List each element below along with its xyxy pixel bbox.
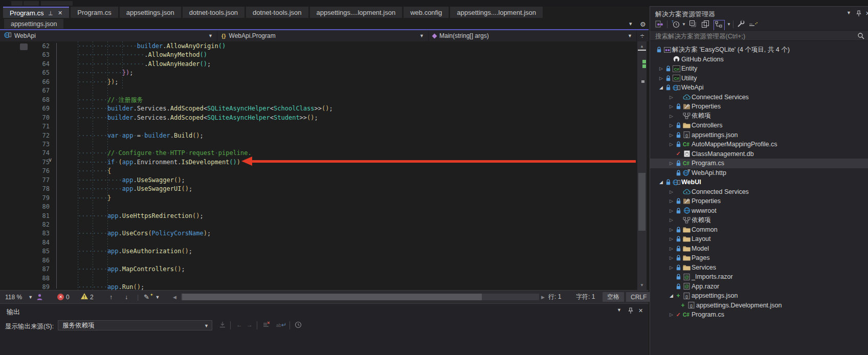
tree-item-controllers[interactable]: ▷Controllers xyxy=(650,121,868,130)
tree-collapsed-icon[interactable]: ▷ xyxy=(668,246,675,251)
wrench-icon[interactable] xyxy=(737,20,745,30)
code-cleanup-pen-icon[interactable]: ✎✦ ▼ xyxy=(144,291,160,303)
code-line-74[interactable]: 74········//·Configure·the·HTTP·request·… xyxy=(0,149,637,158)
chevron-down-icon[interactable]: ▼ xyxy=(727,22,731,27)
editor-vertical-scrollbar[interactable]: ▲ ▼ xyxy=(637,41,647,290)
tree-collapsed-icon[interactable]: ▷ xyxy=(658,76,664,81)
previous-message-icon[interactable]: ← xyxy=(236,321,242,328)
tree-item-model[interactable]: ▷Model xyxy=(650,244,868,254)
code-editor[interactable]: ∨ 62················builder.AllowAnyOrig… xyxy=(0,41,649,290)
tree-item-entity[interactable]: ▷C#Entity xyxy=(650,64,868,74)
tree-item-program-cs[interactable]: ▷✓C#Program.cs xyxy=(650,310,868,320)
code-line-76[interactable]: 76········{ xyxy=(0,167,637,175)
code-line-79[interactable]: 79········} xyxy=(0,194,637,203)
scroll-up-icon[interactable]: ▲ xyxy=(637,44,647,49)
tree-item-pages[interactable]: ▷Pages xyxy=(650,253,868,263)
tree-collapsed-icon[interactable]: ▷ xyxy=(668,95,675,100)
document-tab-dotnet-tools-json[interactable]: dotnet-tools.json xyxy=(246,7,308,18)
pending-changes-filter-icon[interactable]: T xyxy=(672,20,680,30)
chevron-down-icon[interactable]: ▼ xyxy=(682,22,686,27)
tree-item-wwwroot[interactable]: ▷wwwroot xyxy=(650,206,868,216)
chevron-down-icon[interactable]: ▼ xyxy=(847,10,851,15)
tree-item-classmanagement-db[interactable]: ✓ClassManagement.db xyxy=(650,149,868,159)
code-line-81[interactable]: 81········app.UseHttpsRedirection(); xyxy=(0,212,637,220)
code-line-62[interactable]: 62················builder.AllowAnyOrigin… xyxy=(0,42,637,51)
document-tab-dotnet-tools-json[interactable]: dotnet-tools.json xyxy=(183,7,244,18)
tree-item-program-cs[interactable]: ▷C#Program.cs xyxy=(650,159,868,168)
tree-collapsed-icon[interactable]: ▷ xyxy=(668,265,675,270)
breadcrumb-member-dropdown[interactable]: Main(string[] args) ▼ xyxy=(429,30,637,41)
code-line-63[interactable]: 63··················.AllowAnyMethod() xyxy=(0,51,637,59)
tree-collapsed-icon[interactable]: ▷ xyxy=(668,198,675,204)
code-line-71[interactable]: 71 xyxy=(0,122,637,131)
jump-to-message-icon[interactable] xyxy=(219,321,226,330)
sync-with-active-document-icon[interactable] xyxy=(655,20,664,30)
tree-expanded-icon[interactable]: ◢ xyxy=(658,180,664,185)
code-line-68[interactable]: 68········//·注册服务 xyxy=(0,96,637,104)
code-line-78[interactable]: 78············app.UseSwaggerUI(); xyxy=(0,185,637,193)
document-tab-appsettings-json[interactable]: appsettings.json xyxy=(4,19,63,29)
code-line-72[interactable]: 72········var·app·=·builder.Build(); xyxy=(0,131,637,140)
tree-collapsed-icon[interactable]: ▷ xyxy=(668,227,675,232)
document-tab-appsettings-lopment-json[interactable]: appsettings....lopment.json xyxy=(450,7,543,18)
spaces-mode-toggle[interactable]: 空格 xyxy=(603,292,624,302)
document-tab-web-config[interactable]: web.config xyxy=(404,7,449,18)
navigate-down-icon[interactable]: ↓ xyxy=(125,291,128,303)
code-line-85[interactable]: 85········app.UseAuthorization(); xyxy=(0,247,637,256)
tree-item-utility[interactable]: ▷C#Utility xyxy=(650,74,868,83)
next-message-icon[interactable]: → xyxy=(247,321,253,328)
zoom-level-dropdown[interactable]: 118 % ▼ xyxy=(5,291,33,303)
word-wrap-icon[interactable]: ab↵ xyxy=(276,321,286,328)
tree-collapsed-icon[interactable]: ▷ xyxy=(668,312,675,317)
document-tab-appsettings-json[interactable]: appsettings.json xyxy=(120,7,181,18)
tree-collapsed-icon[interactable]: ▷ xyxy=(668,142,675,147)
tree-item-webapi[interactable]: ◢WebApi xyxy=(650,83,868,93)
scrollbar-thumb[interactable] xyxy=(638,173,646,231)
code-line-64[interactable]: 64··················.AllowAnyHeader(); xyxy=(0,60,637,69)
tree-item-properties[interactable]: ▷Properties xyxy=(650,102,868,112)
tree-item-app-razor[interactable]: @App.razor xyxy=(650,282,868,292)
code-line-84[interactable]: 84 xyxy=(0,238,637,247)
tab-well-options-gear-icon[interactable]: ⚙ xyxy=(640,20,646,28)
error-count[interactable]: ✕ 0 xyxy=(57,291,70,303)
properties-pages-icon[interactable] xyxy=(701,20,709,30)
tree-collapsed-icon[interactable]: ▷ xyxy=(668,104,675,109)
document-tab-program-cs[interactable]: Program.cs xyxy=(71,7,118,18)
tree-collapsed-icon[interactable]: ▷ xyxy=(658,66,664,71)
collapse-all-icon[interactable] xyxy=(689,20,697,30)
tree-collapsed-icon[interactable]: ▷ xyxy=(668,114,675,119)
tree-item-automappermappingprofile-cs[interactable]: ▷C#AutoMapperMappingProfile.cs xyxy=(650,140,868,149)
tree-item-github-actions[interactable]: GitHub Actions xyxy=(650,55,868,64)
code-line-88[interactable]: 88 xyxy=(0,274,637,283)
tree-expanded-icon[interactable]: ◢ xyxy=(658,85,664,90)
code-line-65[interactable]: 65············}); xyxy=(0,69,637,77)
tree-collapsed-icon[interactable]: ▷ xyxy=(668,217,675,223)
code-line-73[interactable]: 73 xyxy=(0,140,637,149)
tree-item-appsettings-development-json[interactable]: +{}appsettings.Development.json xyxy=(650,301,868,310)
output-source-dropdown[interactable]: 服务依赖项 ▼ xyxy=(58,320,212,330)
close-icon[interactable]: ✕ xyxy=(865,10,868,17)
tree-collapsed-icon[interactable]: ▷ xyxy=(668,189,675,194)
breadcrumb-type-dropdown[interactable]: {} WebApi.Program ▼ xyxy=(217,30,429,41)
code-line-77[interactable]: 77············app.UseSwagger(); xyxy=(0,176,637,185)
tab-list-chevron-icon[interactable]: ▾ xyxy=(629,20,632,27)
tree-item--easysqlite-4-4-[interactable]: 解决方案 'EasySQLite' (4 个项目, 共 4 个) xyxy=(650,45,868,55)
tree-collapsed-icon[interactable]: ▷ xyxy=(668,161,675,166)
tree-item-connected-services[interactable]: ▷Connected Services xyxy=(650,93,868,102)
code-line-83[interactable]: 83········app.UseCors(PolicyCorsName); xyxy=(0,229,637,238)
scroll-down-icon[interactable]: ▼ xyxy=(637,283,647,287)
code-line-82[interactable]: 82 xyxy=(0,220,637,229)
code-line-80[interactable]: 80 xyxy=(0,203,637,211)
navigate-up-icon[interactable]: ↑ xyxy=(109,291,113,303)
tree-collapsed-icon[interactable]: ▷ xyxy=(668,255,675,260)
tree-item-webapi-http[interactable]: WebApi.http xyxy=(650,168,868,178)
document-tab-program-cs[interactable]: Program.cs⊣✕ xyxy=(3,7,69,18)
code-line-67[interactable]: 67 xyxy=(0,86,637,95)
code-line-66[interactable]: 66········}); xyxy=(0,78,637,86)
feedback-person-icon[interactable] xyxy=(37,291,42,303)
solution-explorer-search-input[interactable]: 搜索解决方案资源管理器(Ctrl+;) xyxy=(650,30,868,41)
tree-item--imports-razor[interactable]: @_Imports.razor xyxy=(650,272,868,282)
warning-count[interactable]: 2 xyxy=(81,291,94,303)
scroll-left-icon[interactable]: ◀ xyxy=(173,291,176,303)
split-window-button[interactable]: ÷ xyxy=(636,30,648,41)
